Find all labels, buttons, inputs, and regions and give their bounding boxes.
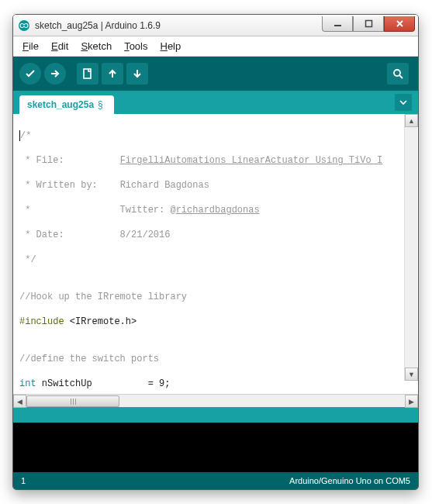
chevron-down-icon bbox=[399, 98, 407, 106]
console[interactable] bbox=[13, 423, 418, 472]
horizontal-scrollbar[interactable]: ◀ ▶ bbox=[13, 394, 418, 407]
upload-button[interactable] bbox=[44, 63, 66, 85]
code-editor[interactable]: /* * File: FirgelliAutomations_LinearAct… bbox=[13, 114, 418, 394]
arduino-icon bbox=[18, 19, 30, 32]
svg-rect-2 bbox=[365, 20, 372, 26]
close-button[interactable] bbox=[384, 16, 415, 32]
toolbar bbox=[13, 57, 418, 91]
serial-monitor-button[interactable] bbox=[387, 63, 409, 85]
svg-point-4 bbox=[394, 70, 400, 76]
menu-tools[interactable]: Tools bbox=[119, 38, 152, 54]
minimize-button[interactable] bbox=[322, 16, 353, 32]
scroll-track[interactable] bbox=[26, 395, 405, 407]
arrow-down-icon bbox=[131, 67, 143, 80]
titlebar[interactable]: sketch_aug25a | Arduino 1.6.9 bbox=[13, 15, 418, 36]
status-bar: 1 Arduino/Genuino Uno on COM5 bbox=[13, 472, 418, 489]
window-controls bbox=[322, 16, 415, 32]
scroll-up-icon[interactable]: ▲ bbox=[405, 114, 418, 127]
maximize-button[interactable] bbox=[353, 16, 384, 32]
file-icon bbox=[81, 67, 94, 80]
new-button[interactable] bbox=[77, 63, 98, 85]
code-text: /* bbox=[20, 130, 31, 141]
message-bar bbox=[13, 407, 418, 423]
menu-sketch[interactable]: Sketch bbox=[76, 38, 116, 54]
app-window: sketch_aug25a | Arduino 1.6.9 File Edit … bbox=[12, 14, 419, 490]
tab-menu-button[interactable] bbox=[395, 94, 412, 111]
window-title: sketch_aug25a | Arduino 1.6.9 bbox=[35, 20, 322, 31]
verify-button[interactable] bbox=[19, 63, 41, 85]
modified-marker: § bbox=[98, 99, 103, 110]
status-board: Arduino/Genuino Uno on COM5 bbox=[289, 476, 410, 485]
arrow-up-icon bbox=[106, 67, 119, 80]
svg-rect-3 bbox=[84, 69, 91, 78]
scroll-thumb[interactable] bbox=[26, 395, 119, 407]
check-icon bbox=[24, 67, 36, 80]
scroll-down-icon[interactable]: ▼ bbox=[405, 368, 418, 381]
menu-file[interactable]: File bbox=[18, 38, 43, 54]
arrow-right-icon bbox=[49, 67, 61, 80]
editor-area: /* * File: FirgelliAutomations_LinearAct… bbox=[13, 114, 418, 394]
menubar: File Edit Sketch Tools Help bbox=[13, 36, 418, 57]
tab-bar: sketch_aug25a § bbox=[13, 91, 418, 114]
vertical-scrollbar[interactable]: ▲ ▼ bbox=[404, 114, 417, 381]
save-button[interactable] bbox=[126, 63, 148, 85]
scroll-right-icon[interactable]: ▶ bbox=[405, 395, 418, 408]
status-line-number: 1 bbox=[21, 476, 26, 485]
tab-active[interactable]: sketch_aug25a § bbox=[19, 95, 114, 114]
scroll-left-icon[interactable]: ◀ bbox=[13, 395, 26, 408]
magnifier-icon bbox=[392, 67, 404, 80]
tab-label: sketch_aug25a bbox=[27, 99, 94, 110]
menu-edit[interactable]: Edit bbox=[47, 38, 73, 54]
svg-rect-1 bbox=[334, 25, 341, 26]
menu-help[interactable]: Help bbox=[155, 38, 185, 54]
open-button[interactable] bbox=[102, 63, 123, 85]
